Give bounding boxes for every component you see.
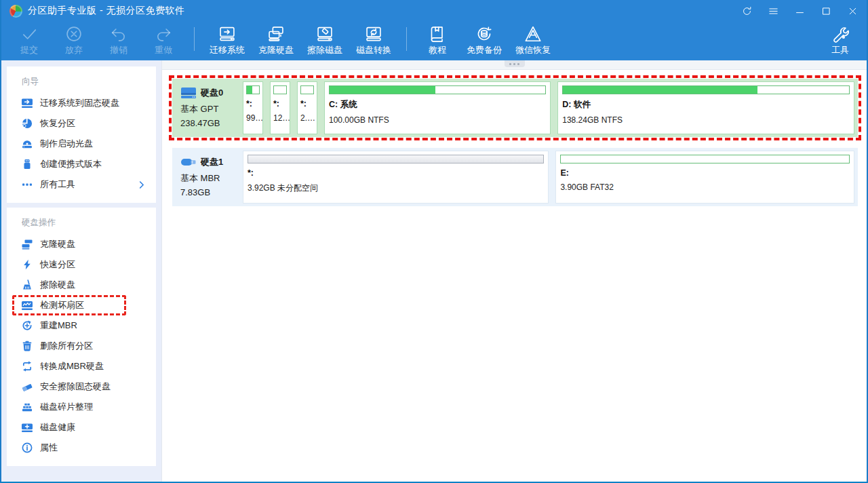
migrate-system-icon <box>218 24 237 43</box>
convert-mbr-icon <box>22 361 33 372</box>
lightning-icon <box>22 259 33 270</box>
menu-icon[interactable] <box>768 5 779 17</box>
info-icon <box>22 442 33 453</box>
eraser-icon <box>22 381 33 392</box>
disk-operations-panel: 硬盘操作 克隆硬盘 快速分区 擦除硬盘 检测坏扇区 重建MBR <box>7 208 156 466</box>
sidebar-item-portable-version[interactable]: 创建便携式版本 <box>7 154 156 174</box>
bad-sector-icon <box>22 300 33 311</box>
commit-button[interactable]: 提交 <box>7 22 52 58</box>
disk1-info[interactable]: 硬盘1 基本 MBR 7.83GB <box>172 148 243 206</box>
disk-map-area: 硬盘0 基本 GPT 238.47GB *: 99… *: 12… <box>161 60 867 483</box>
disk-name: 硬盘1 <box>201 156 223 168</box>
backup-icon <box>475 24 494 43</box>
migrate-system-button[interactable]: 迁移系统 <box>203 22 252 58</box>
free-backup-button[interactable]: 免费备份 <box>460 22 509 58</box>
partition-block[interactable]: *: 12… <box>270 81 290 134</box>
sidebar-item-rebuild-mbr[interactable]: 重建MBR <box>7 315 156 336</box>
maximize-icon[interactable] <box>821 5 832 17</box>
convert-disk-icon <box>364 24 383 43</box>
disk-size: 7.83GB <box>180 187 243 197</box>
title-bar: 分区助手专业版 - 无损分区免费软件 <box>1 0 867 22</box>
redo-icon <box>154 24 173 43</box>
sidebar-item-delete-all-partitions[interactable]: 删除所有分区 <box>7 336 156 356</box>
recover-partition-icon <box>22 118 33 129</box>
sidebar-item-quick-partition[interactable]: 快速分区 <box>7 254 156 275</box>
defrag-icon <box>22 402 33 412</box>
wizard-panel: 向导 迁移系统到固态硬盘 恢复分区 制作启动光盘 创建便携式版本 所有工具 <box>7 66 156 203</box>
all-tools-icon <box>22 179 33 190</box>
disk-type: 基本 GPT <box>180 103 243 115</box>
disk-health-icon <box>22 422 33 433</box>
check-icon <box>20 24 39 43</box>
partition-block-unallocated[interactable]: *: 3.92GB 未分配空间 <box>243 151 549 204</box>
tutorial-book-icon <box>428 24 447 43</box>
toolbar-separator <box>406 27 407 51</box>
section-header-wizard: 向导 <box>7 72 156 93</box>
window-controls <box>741 5 859 17</box>
sidebar-item-disk-health[interactable]: 磁盘健康 <box>7 417 156 438</box>
app-logo-icon <box>9 5 22 18</box>
toolbar: 提交 放弃 撤销 重做 迁移系统 克隆硬盘 擦除磁盘 磁盘转换 教程 免费备份 … <box>1 22 867 60</box>
wrench-icon <box>831 24 850 43</box>
sidebar-item-secure-erase-ssd[interactable]: 安全擦除固态硬盘 <box>7 376 156 397</box>
disk-row-1[interactable]: 硬盘1 基本 MBR 7.83GB *: 3.92GB 未分配空间 E: 3.9… <box>172 148 858 206</box>
clone-disk-icon <box>267 24 285 43</box>
usb-drive-icon <box>180 155 197 169</box>
wipe-disk-button[interactable]: 擦除磁盘 <box>300 22 349 58</box>
top-strip <box>162 60 867 70</box>
sync-icon[interactable] <box>741 5 753 17</box>
tools-button[interactable]: 工具 <box>818 22 863 58</box>
disk0-info[interactable]: 硬盘0 基本 GPT 238.47GB <box>172 79 243 137</box>
sidebar-item-defrag[interactable]: 磁盘碎片整理 <box>7 397 156 417</box>
partition-block[interactable]: *: 99… <box>243 81 263 134</box>
trash-icon <box>22 341 33 351</box>
partition-block-d[interactable]: D: 软件 138.24GB NTFS <box>557 81 854 134</box>
tutorial-button[interactable]: 教程 <box>415 22 460 58</box>
clone-disk-button[interactable]: 克隆硬盘 <box>252 22 300 58</box>
sidebar-item-clone-disk[interactable]: 克隆硬盘 <box>7 234 156 254</box>
sidebar: 向导 迁移系统到固态硬盘 恢复分区 制作启动光盘 创建便携式版本 所有工具 <box>1 60 161 483</box>
partition-block-c[interactable]: C: 系统 100.00GB NTFS <box>324 81 551 134</box>
sidebar-item-recover-partition[interactable]: 恢复分区 <box>7 113 156 134</box>
clone-disk-icon <box>22 239 33 250</box>
discard-icon <box>64 24 83 43</box>
sidebar-item-properties[interactable]: 属性 <box>7 438 156 458</box>
sidebar-item-wipe-disk[interactable]: 擦除硬盘 <box>7 275 156 295</box>
sidebar-item-convert-to-mbr[interactable]: 转换成MBR硬盘 <box>7 356 156 376</box>
wechat-recovery-icon <box>524 24 542 43</box>
convert-disk-button[interactable]: 磁盘转换 <box>349 22 398 58</box>
hdd-icon <box>180 86 197 100</box>
sidebar-item-check-bad-sectors[interactable]: 检测坏扇区 <box>7 295 156 315</box>
partition-block[interactable]: *: 2.… <box>297 81 317 134</box>
portable-version-icon <box>22 159 33 170</box>
redo-button[interactable]: 重做 <box>141 22 186 58</box>
window-title: 分区助手专业版 - 无损分区免费软件 <box>28 5 184 17</box>
wechat-recovery-button[interactable]: 微信恢复 <box>509 22 557 58</box>
disk-name: 硬盘0 <box>201 87 223 99</box>
sidebar-item-boot-disc[interactable]: 制作启动光盘 <box>7 134 156 154</box>
collapse-handle[interactable] <box>505 60 525 67</box>
wipe-disk-icon <box>315 24 334 43</box>
disk-size: 238.47GB <box>180 118 243 128</box>
section-header-disk-operations: 硬盘操作 <box>7 213 156 234</box>
partition-block-e[interactable]: E: 3.90GB FAT32 <box>555 151 854 204</box>
minimize-icon[interactable] <box>794 5 806 17</box>
broom-icon <box>22 279 33 290</box>
undo-icon <box>109 24 128 43</box>
disk-type: 基本 MBR <box>180 172 243 185</box>
close-icon[interactable] <box>847 5 859 17</box>
sidebar-item-migrate-ssd[interactable]: 迁移系统到固态硬盘 <box>7 93 156 113</box>
sidebar-item-all-tools[interactable]: 所有工具 <box>7 174 156 195</box>
toolbar-separator <box>194 27 195 51</box>
chevron-right-icon <box>138 180 146 189</box>
rebuild-mbr-icon <box>22 320 33 331</box>
disk-row-0[interactable]: 硬盘0 基本 GPT 238.47GB *: 99… *: 12… <box>172 79 858 137</box>
undo-button[interactable]: 撤销 <box>96 22 141 58</box>
discard-button[interactable]: 放弃 <box>52 22 96 58</box>
migrate-ssd-icon <box>22 98 33 109</box>
boot-disc-icon <box>22 138 33 149</box>
